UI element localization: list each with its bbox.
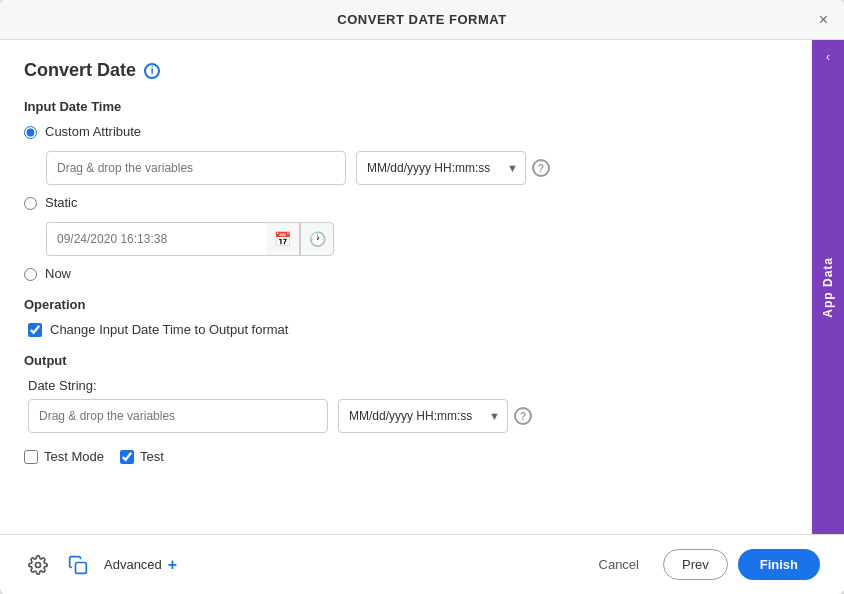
now-radio[interactable]: [24, 268, 37, 281]
test-label[interactable]: Test: [140, 449, 164, 464]
advanced-button[interactable]: Advanced +: [104, 556, 177, 574]
advanced-label: Advanced: [104, 557, 162, 572]
static-input-row: 📅 🕐: [46, 222, 788, 256]
custom-attribute-radio[interactable]: [24, 126, 37, 139]
gear-button[interactable]: [24, 551, 52, 579]
output-input-row: MM/dd/yyyy HH:mm:ss MM/dd/yyyy HH:mm:ss …: [28, 399, 788, 433]
output-section: Output Date String: MM/dd/yyyy HH:mm:ss …: [24, 353, 788, 433]
page-title-text: Convert Date: [24, 60, 136, 81]
output-drag-input[interactable]: [28, 399, 328, 433]
custom-format-help-icon[interactable]: ?: [532, 159, 550, 177]
test-group: Test: [120, 449, 164, 464]
svg-point-0: [36, 562, 41, 567]
cancel-button[interactable]: Cancel: [585, 549, 653, 580]
operation-section: Operation Change Input Date Time to Outp…: [24, 297, 788, 337]
custom-attribute-input-row: MM/dd/yyyy HH:mm:ss MM/dd/yyyy HH:mm:ss …: [46, 151, 788, 185]
custom-attribute-drag-input[interactable]: [46, 151, 346, 185]
operation-checkbox-row: Change Input Date Time to Output format: [28, 322, 788, 337]
operation-checkbox-label[interactable]: Change Input Date Time to Output format: [50, 322, 288, 337]
advanced-plus-icon: +: [168, 556, 177, 574]
static-option: Static: [24, 195, 788, 210]
copy-button[interactable]: [64, 551, 92, 579]
static-radio[interactable]: [24, 197, 37, 210]
bottom-bar-left: Advanced +: [24, 551, 177, 579]
dialog-title: CONVERT DATE FORMAT: [337, 12, 506, 27]
test-mode-group: Test Mode: [24, 449, 104, 464]
custom-format-select[interactable]: MM/dd/yyyy HH:mm:ss MM/dd/yyyy HH:mm:ss …: [356, 151, 526, 185]
gear-icon: [28, 555, 48, 575]
input-datetime-section: Input Date Time Custom Attribute MM/dd/y…: [24, 99, 788, 281]
output-label: Output: [24, 353, 788, 368]
format-select-wrapper: MM/dd/yyyy HH:mm:ss MM/dd/yyyy HH:mm:ss …: [356, 151, 550, 185]
output-format-select[interactable]: MM/dd/yyyy HH:mm:ss MM/dd/yyyy HH:mm:ss: [338, 399, 508, 433]
svg-rect-1: [76, 562, 87, 573]
copy-icon: [68, 555, 88, 575]
static-label[interactable]: Static: [45, 195, 78, 210]
calendar-button[interactable]: 📅: [266, 222, 300, 256]
test-mode-label[interactable]: Test Mode: [44, 449, 104, 464]
app-data-label: App Data: [821, 257, 835, 318]
finish-button[interactable]: Finish: [738, 549, 820, 580]
custom-attribute-label[interactable]: Custom Attribute: [45, 124, 141, 139]
operation-label: Operation: [24, 297, 788, 312]
form-area: Convert Date i Input Date Time Custom At…: [0, 40, 812, 534]
title-bar: CONVERT DATE FORMAT ×: [0, 0, 844, 40]
close-button[interactable]: ×: [815, 10, 832, 30]
test-mode-checkbox[interactable]: [24, 450, 38, 464]
info-icon[interactable]: i: [144, 63, 160, 79]
custom-format-select-wrapper: MM/dd/yyyy HH:mm:ss MM/dd/yyyy HH:mm:ss …: [356, 151, 526, 185]
date-string-label: Date String:: [28, 378, 788, 393]
prev-button[interactable]: Prev: [663, 549, 728, 580]
dialog-container: CONVERT DATE FORMAT × Convert Date i Inp…: [0, 0, 844, 594]
test-checkbox[interactable]: [120, 450, 134, 464]
bottom-bar: Advanced + Cancel Prev Finish: [0, 534, 844, 594]
input-datetime-label: Input Date Time: [24, 99, 788, 114]
main-content: Convert Date i Input Date Time Custom At…: [0, 40, 844, 534]
now-label[interactable]: Now: [45, 266, 71, 281]
output-format-select-wrapper: MM/dd/yyyy HH:mm:ss MM/dd/yyyy HH:mm:ss …: [338, 399, 508, 433]
now-option: Now: [24, 266, 788, 281]
page-title-row: Convert Date i: [24, 60, 788, 81]
test-mode-row: Test Mode Test: [24, 449, 788, 464]
output-format-wrapper: MM/dd/yyyy HH:mm:ss MM/dd/yyyy HH:mm:ss …: [338, 399, 532, 433]
clock-button[interactable]: 🕐: [300, 222, 334, 256]
sidebar-chevron-icon: ‹: [826, 50, 830, 64]
custom-attribute-option: Custom Attribute: [24, 124, 788, 139]
bottom-bar-right: Cancel Prev Finish: [585, 549, 820, 580]
output-format-help-icon[interactable]: ?: [514, 407, 532, 425]
app-data-sidebar[interactable]: ‹ App Data: [812, 40, 844, 534]
operation-checkbox[interactable]: [28, 323, 42, 337]
static-date-input[interactable]: [46, 222, 266, 256]
